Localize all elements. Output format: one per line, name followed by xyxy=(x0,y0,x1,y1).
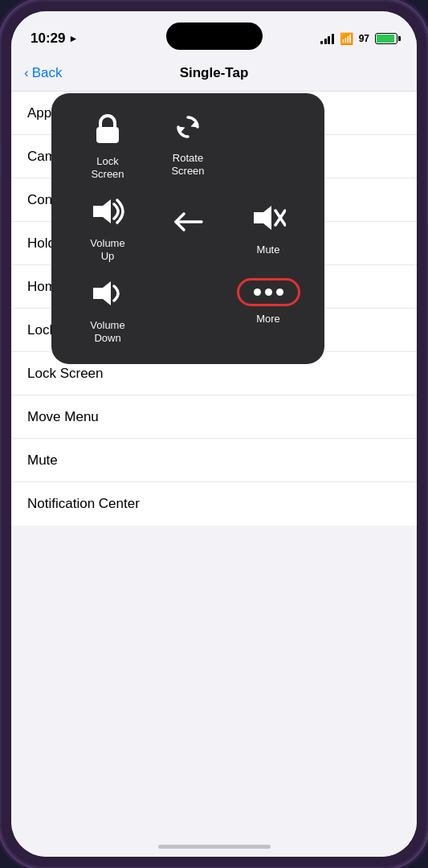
popup-mute[interactable]: Mute xyxy=(228,203,308,256)
nav-title: Single-Tap xyxy=(180,65,249,81)
popup-back[interactable] xyxy=(148,209,228,235)
lock-screen-label: LockScreen xyxy=(91,155,124,180)
more-dots-box xyxy=(237,278,300,306)
list-item-label: Move Menu xyxy=(27,409,99,425)
status-icons: 📶 97 xyxy=(320,32,397,45)
popup-lock-screen[interactable]: LockScreen xyxy=(67,113,148,180)
list-item-label: Mute xyxy=(27,452,58,469)
volume-up-icon xyxy=(90,196,125,231)
back-label: Back xyxy=(32,65,63,81)
svg-marker-3 xyxy=(254,206,271,230)
popup-menu[interactable]: LockScreen RotateScreen xyxy=(51,93,324,364)
list-item-label: Lock Screen xyxy=(27,366,104,382)
rotate-screen-label: RotateScreen xyxy=(171,152,204,177)
mute-icon xyxy=(251,203,286,237)
popup-volume-down[interactable]: VolumeDown xyxy=(67,278,148,344)
home-indicator xyxy=(158,845,271,849)
location-arrow-icon: ► xyxy=(68,33,78,44)
nav-bar: ‹ Back Single-Tap xyxy=(11,55,417,92)
list-item[interactable]: Mute xyxy=(11,439,417,482)
svg-marker-6 xyxy=(93,281,111,305)
list-item[interactable]: Move Menu xyxy=(11,395,417,439)
lock-icon xyxy=(93,113,122,149)
more-dot-1 xyxy=(254,289,261,296)
mute-label: Mute xyxy=(257,244,280,256)
more-dot-2 xyxy=(265,289,272,296)
more-label: More xyxy=(256,313,280,326)
svg-rect-0 xyxy=(96,127,119,143)
svg-marker-1 xyxy=(93,199,111,223)
battery-fill xyxy=(377,35,394,43)
more-dot-3 xyxy=(276,289,283,296)
popup-more[interactable]: More xyxy=(228,278,308,326)
list-item-label: Notification Center xyxy=(27,496,140,512)
status-time: 10:29 ► xyxy=(31,31,78,47)
battery-icon xyxy=(375,33,397,44)
volume-down-label: VolumeDown xyxy=(90,319,124,344)
battery-percent: 97 xyxy=(359,33,369,44)
rotate-icon xyxy=(173,113,202,145)
dynamic-island xyxy=(166,23,263,50)
chevron-left-icon: ‹ xyxy=(24,65,29,81)
back-arrow-icon xyxy=(173,209,203,235)
phone-frame: 10:29 ► 📶 97 xyxy=(0,0,428,868)
wifi-icon: 📶 xyxy=(340,32,353,45)
phone-screen: 10:29 ► 📶 97 xyxy=(11,11,417,857)
time-display: 10:29 xyxy=(31,31,65,47)
back-button[interactable]: ‹ Back xyxy=(24,65,62,81)
popup-rotate-screen[interactable]: RotateScreen xyxy=(148,113,228,180)
list-item[interactable]: Notification Center xyxy=(11,482,417,526)
popup-volume-up[interactable]: VolumeUp xyxy=(67,196,148,262)
signal-icon xyxy=(320,33,334,44)
volume-up-label: VolumeUp xyxy=(90,237,124,262)
volume-button-left xyxy=(0,145,2,177)
volume-down-icon xyxy=(90,278,125,313)
